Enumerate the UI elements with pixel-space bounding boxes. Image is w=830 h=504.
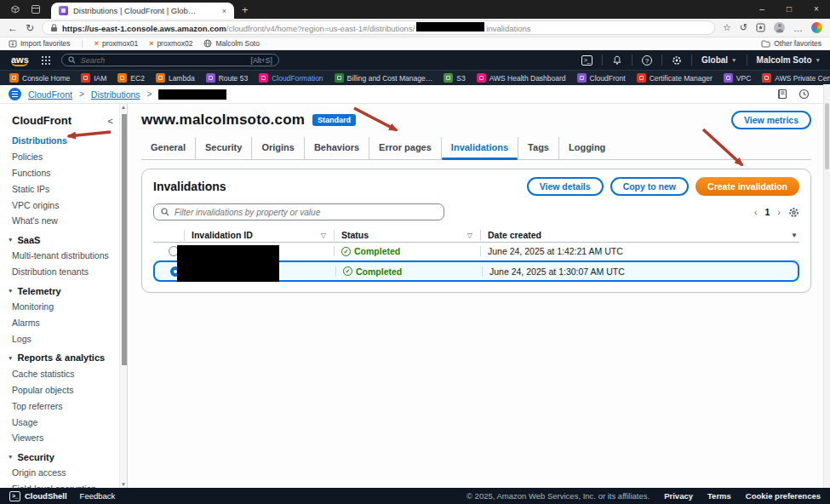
address-bar[interactable]: https://us-east-1.console.aws.amazon.com… [42,20,715,35]
sidebar-section-saas[interactable]: ▼SaaS [0,229,127,248]
tab-tags[interactable]: Tags [518,137,558,159]
bookmark-proxmox01[interactable]: ×proxmox01 [94,39,138,48]
service-iam[interactable]: IAM [81,73,106,83]
sidebar-item-alarms[interactable]: Alarms [0,315,127,331]
browser-tab[interactable]: Distributions | CloudFront | Glob… × [51,3,234,19]
service-health-dashboard[interactable]: AWS Health Dashboard [477,73,566,83]
sidebar-item-top-referrers[interactable]: Top referrers [0,398,127,414]
scroll-down-icon[interactable]: ▼ [120,482,127,487]
tab-close-icon[interactable]: × [222,7,226,15]
import-favorites-button[interactable]: Import favorites [9,39,71,48]
region-selector[interactable]: Global▼ [701,55,737,65]
sidebar-item-distributions[interactable]: Distributions [0,133,127,149]
terms-link[interactable]: Terms [707,491,731,501]
view-metrics-button[interactable]: View metrics [731,111,811,129]
side-nav-toggle[interactable] [9,88,21,100]
notifications-bell-icon[interactable] [612,55,622,66]
copilot-icon[interactable] [811,22,822,33]
filter-funnel-icon[interactable]: ▽ [467,232,472,239]
scrollbar-thumb[interactable] [825,103,829,169]
sidebar-item-field-level-encryption[interactable]: Field-level encryption [0,481,127,488]
tab-error-pages[interactable]: Error pages [369,137,441,159]
breadcrumb-distributions[interactable]: Distributions [91,89,140,100]
service-lambda[interactable]: Lambda [156,73,195,83]
filter-funnel-icon[interactable]: ▽ [321,232,326,239]
tab-general[interactable]: General [141,137,195,159]
collections-icon[interactable] [756,23,765,32]
sidebar-item-usage[interactable]: Usage [0,414,127,430]
tab-logging[interactable]: Logging [558,137,615,159]
service-s3[interactable]: S3 [444,73,465,83]
sidebar-item-multi-tenant-distributions[interactable]: Multi-tenant distributions [0,248,127,264]
service-cloudfront[interactable]: CloudFront [577,73,626,83]
sidebar-item-policies[interactable]: Policies [0,149,127,165]
sidebar-item-whats-new[interactable]: What's new [0,213,127,229]
view-details-button[interactable]: View details [527,177,604,196]
sidebar-item-popular-objects[interactable]: Popular objects [0,382,127,398]
favorite-star-icon[interactable]: ☆ [723,22,731,33]
close-button[interactable]: × [803,0,830,19]
bookmark-proxmox02[interactable]: ×proxmox02 [149,39,192,48]
tab-invalidations[interactable]: Invalidations [441,137,518,159]
service-console-home[interactable]: Console Home [9,73,70,83]
sidebar-section-reports-analytics[interactable]: ▼Reports & analytics [0,346,127,365]
history-icon[interactable]: ↺ [740,22,747,33]
service-private-ca[interactable]: AWS Private Certificate A… [762,73,830,83]
side-nav-collapse-icon[interactable]: < [108,116,113,126]
sidebar-item-logs[interactable]: Logs [0,331,127,347]
table-preferences-gear-icon[interactable] [788,207,799,218]
cloudshell-icon[interactable]: >_ [581,55,592,66]
aws-search-box[interactable]: [Alt+S] [61,54,279,66]
cookie-preferences-link[interactable]: Cookie preferences [746,491,821,501]
bookmark-malcolm-soto[interactable]: Malcolm Soto [203,39,260,48]
service-certificate-manager[interactable]: Certificate Manager [637,73,713,83]
page-scrollbar[interactable] [823,84,830,488]
tab-actions-icon[interactable] [31,4,41,14]
create-invalidation-button[interactable]: Create invalidation [695,177,799,196]
sidebar-item-functions[interactable]: Functions [0,165,127,181]
sidebar-item-vpc-origins[interactable]: VPC origins [0,197,127,213]
refresh-icon[interactable]: ↻ [26,23,34,33]
cloudshell-button[interactable]: >_ CloudShell [9,491,67,501]
sidebar-section-security[interactable]: ▼Security [0,446,127,465]
sidebar-item-distribution-tenants[interactable]: Distribution tenants [0,264,127,280]
aws-logo[interactable]: aws [9,54,31,66]
other-favorites-button[interactable]: Other favorites [761,39,821,48]
workspaces-icon[interactable] [10,4,20,14]
info-panel-icon[interactable] [777,89,787,100]
privacy-link[interactable]: Privacy [664,491,693,501]
tab-security[interactable]: Security [195,137,251,159]
account-menu[interactable]: Malcolm Soto▼ [757,55,821,65]
feedback-link[interactable]: Feedback [80,491,116,501]
breadcrumb-cloudfront[interactable]: CloudFront [28,89,72,100]
column-date-created[interactable]: Date created [488,230,541,240]
browser-menu-icon[interactable]: … [793,23,803,33]
tab-behaviors[interactable]: Behaviors [304,137,369,159]
sidebar-item-viewers[interactable]: Viewers [0,430,127,446]
profile-avatar[interactable] [774,22,785,33]
minimize-button[interactable]: – [748,0,776,19]
back-icon[interactable]: ← [8,23,18,33]
service-vpc[interactable]: VPC [724,73,751,83]
sidebar-item-cache-statistics[interactable]: Cache statistics [0,366,127,382]
copy-to-new-button[interactable]: Copy to new [610,177,689,196]
scroll-up-icon[interactable]: ▲ [120,105,127,110]
sidebar-scrollbar[interactable]: ▲ ▼ [119,104,127,488]
services-grid-icon[interactable] [41,55,51,66]
settings-gear-icon[interactable] [672,55,682,66]
new-tab-button[interactable]: + [242,3,249,16]
column-status[interactable]: Status [341,230,369,240]
service-cloudformation[interactable]: CloudFormation [259,73,323,83]
sidebar-item-origin-access[interactable]: Origin access [0,465,127,481]
service-route-53[interactable]: Route 53 [206,73,249,83]
sidebar-item-monitoring[interactable]: Monitoring [0,299,127,315]
maximize-button[interactable]: □ [776,0,803,19]
sort-caret-icon[interactable]: ▼ [791,232,798,239]
recent-history-icon[interactable] [799,89,810,100]
aws-search-input[interactable] [81,56,246,65]
previous-page-icon[interactable]: ‹ [754,207,758,217]
column-invalidation-id[interactable]: Invalidation ID [192,230,253,240]
next-page-icon[interactable]: › [777,207,781,217]
scrollbar-thumb[interactable] [122,114,127,365]
help-icon[interactable]: ? [642,55,652,66]
